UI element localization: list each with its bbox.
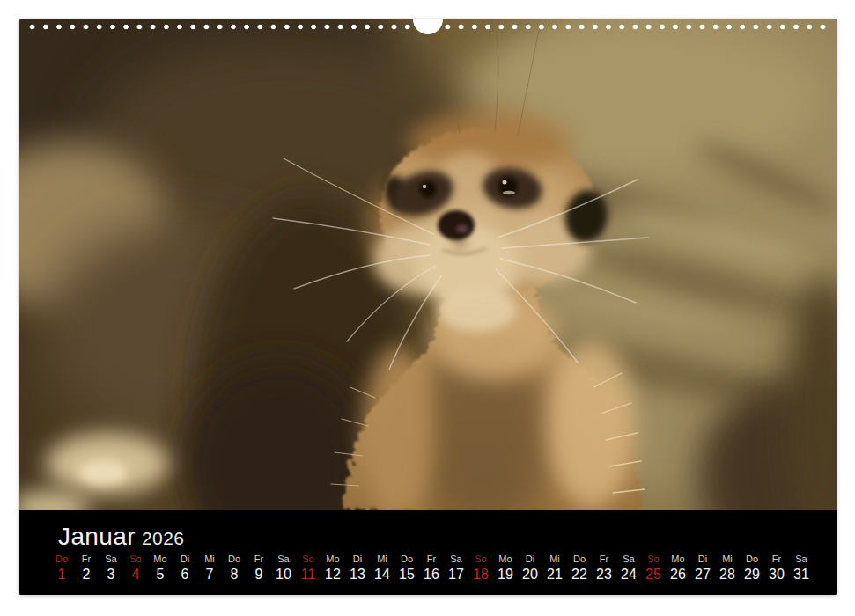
day-cell: Sa 17 — [444, 554, 468, 582]
weekday-label: Fr — [592, 554, 616, 564]
day-number: 15 — [394, 567, 419, 582]
weekday-label: Do — [740, 554, 764, 564]
day-cell: Fr 16 — [419, 554, 444, 582]
weekday-label: Fr — [419, 554, 444, 564]
weekday-label: Sa — [616, 554, 641, 564]
day-cell: Di 6 — [173, 554, 197, 582]
day-cell: So 11 — [296, 554, 321, 582]
day-number: 19 — [493, 567, 518, 582]
weekday-label: So — [468, 554, 493, 564]
day-number: 12 — [321, 567, 345, 582]
day-cell: Mo 26 — [666, 554, 690, 582]
day-cell: Do 15 — [394, 554, 419, 582]
year-label: 2026 — [142, 528, 184, 548]
day-cell: Sa 24 — [616, 554, 641, 582]
day-number: 20 — [518, 567, 542, 582]
day-number: 10 — [271, 567, 296, 582]
day-cell: So 4 — [123, 554, 148, 582]
calendar-preview-canvas: { "calendar": { "month": "Januar", "year… — [0, 0, 855, 616]
day-number: 6 — [173, 567, 197, 582]
day-cell: Mi 14 — [370, 554, 394, 582]
day-number: 7 — [197, 567, 222, 582]
day-number: 18 — [468, 567, 493, 582]
day-cell: Fr 23 — [592, 554, 616, 582]
day-number: 24 — [616, 567, 641, 582]
day-cell: Mo 19 — [493, 554, 518, 582]
day-cell: Mo 12 — [321, 554, 345, 582]
weekday-label: Fr — [74, 554, 99, 564]
day-cell: Do 8 — [222, 554, 247, 582]
day-cell: Di 13 — [345, 554, 370, 582]
weekday-label: Mo — [666, 554, 690, 564]
day-number: 1 — [49, 567, 74, 582]
weekday-label: Sa — [99, 554, 123, 564]
weekday-label: Mi — [542, 554, 567, 564]
weekday-label: Mo — [148, 554, 173, 564]
weekday-label: Fr — [247, 554, 271, 564]
day-cell: Sa 10 — [271, 554, 296, 582]
day-cell: Do 1 — [49, 554, 74, 582]
day-cell: Mi 7 — [197, 554, 222, 582]
day-number: 25 — [641, 567, 666, 582]
weekday-label: Fr — [764, 554, 789, 564]
day-number: 9 — [247, 567, 271, 582]
weekday-label: So — [641, 554, 666, 564]
day-number: 29 — [740, 567, 764, 582]
weekday-label: So — [123, 554, 148, 564]
day-number: 17 — [444, 567, 468, 582]
day-cell: Mi 28 — [715, 554, 740, 582]
day-number: 5 — [148, 567, 173, 582]
weekday-label: Mi — [197, 554, 222, 564]
weekday-label: Do — [567, 554, 592, 564]
day-number: 4 — [123, 567, 148, 582]
day-cell: So 18 — [468, 554, 493, 582]
day-cell: Mi 21 — [542, 554, 567, 582]
date-strip: Do 1 Fr 2 Sa 3 So 4 — [49, 554, 814, 582]
day-number: 30 — [764, 567, 789, 582]
meerkat-photo — [19, 19, 837, 510]
day-number: 11 — [296, 567, 321, 582]
weekday-label: Di — [518, 554, 542, 564]
day-number: 22 — [567, 567, 592, 582]
weekday-label: Di — [690, 554, 715, 564]
day-cell: Do 22 — [567, 554, 592, 582]
weekday-label: Do — [394, 554, 419, 564]
weekday-label: Mo — [321, 554, 345, 564]
day-cell: Sa 3 — [99, 554, 123, 582]
day-cell: Do 29 — [740, 554, 764, 582]
day-number: 2 — [74, 567, 99, 582]
day-number: 27 — [690, 567, 715, 582]
weekday-label: Sa — [444, 554, 468, 564]
month-name: Januar — [58, 523, 136, 550]
day-number: 3 — [99, 567, 123, 582]
day-number: 31 — [789, 567, 814, 582]
weekday-label: So — [296, 554, 321, 564]
weekday-label: Sa — [271, 554, 296, 564]
day-number: 26 — [666, 567, 690, 582]
weekday-label: Mo — [493, 554, 518, 564]
day-number: 8 — [222, 567, 247, 582]
weekday-label: Mi — [370, 554, 394, 564]
day-cell: Di 20 — [518, 554, 542, 582]
day-number: 16 — [419, 567, 444, 582]
meerkat-photo-art — [19, 19, 837, 510]
weekday-label: Di — [173, 554, 197, 564]
calendar-caption-band: Januar2026 Do 1 Fr 2 Sa 3 — [19, 510, 837, 595]
weekday-label: Mi — [715, 554, 740, 564]
weekday-label: Di — [345, 554, 370, 564]
day-cell: Mo 5 — [148, 554, 173, 582]
day-cell: Fr 9 — [247, 554, 271, 582]
day-cell: So 25 — [641, 554, 666, 582]
month-title: Januar2026 — [58, 524, 184, 552]
weekday-label: Do — [222, 554, 247, 564]
day-number: 21 — [542, 567, 567, 582]
day-cell: Di 27 — [690, 554, 715, 582]
weekday-label: Sa — [789, 554, 814, 564]
day-number: 14 — [370, 567, 394, 582]
day-cell: Fr 2 — [74, 554, 99, 582]
day-number: 28 — [715, 567, 740, 582]
day-cell: Sa 31 — [789, 554, 814, 582]
day-number: 13 — [345, 567, 370, 582]
weekday-label: Do — [49, 554, 74, 564]
day-number: 23 — [592, 567, 616, 582]
